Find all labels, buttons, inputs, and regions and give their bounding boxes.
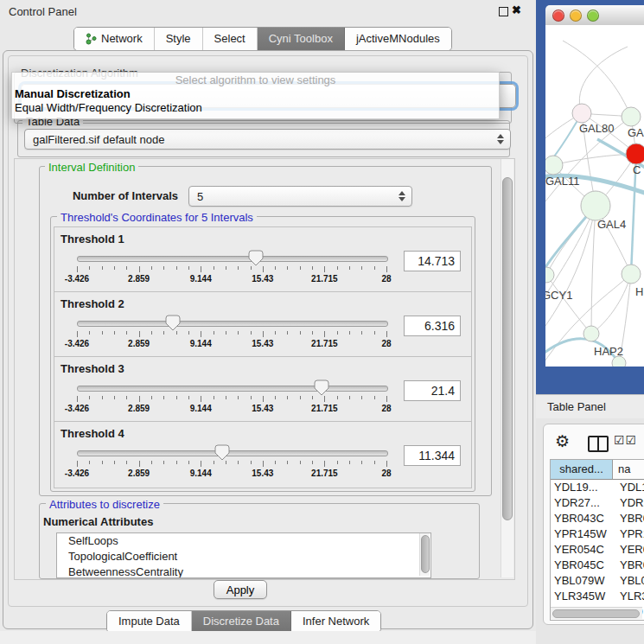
table-data-combo-value: galFiltered.sif default node xyxy=(33,133,164,146)
slider-thumb[interactable] xyxy=(165,315,181,331)
slider-thumb[interactable] xyxy=(314,379,329,396)
threshold-value-field[interactable]: 21.4 xyxy=(404,380,461,401)
network-window-titlebar[interactable] xyxy=(545,5,644,26)
node-table[interactable]: shared... na YDL19...YDL1YDR27...YDR2YBR… xyxy=(550,459,644,621)
float-panel-icon[interactable] xyxy=(499,7,508,16)
slider-tick xyxy=(102,331,103,335)
table-row[interactable]: YDL19...YDL1 xyxy=(551,480,644,495)
apply-button[interactable]: Apply xyxy=(214,580,267,599)
tab-discretize-data[interactable]: Discretize Data xyxy=(192,611,291,632)
attributes-list-scrollbar-thumb[interactable] xyxy=(421,535,430,573)
cell-name: YER0 xyxy=(615,542,644,558)
slider-tick xyxy=(349,396,350,399)
threshold-value-field[interactable]: 6.316 xyxy=(404,316,461,336)
slider-tick xyxy=(126,331,127,335)
slider-tick xyxy=(374,461,375,464)
slider-tick-label: 28 xyxy=(381,469,391,478)
slider-track[interactable] xyxy=(77,256,388,262)
slider-tick-label: 28 xyxy=(381,339,391,348)
threshold-value-field[interactable]: 11.344 xyxy=(404,445,461,466)
network-node-h[interactable] xyxy=(622,265,641,284)
vertical-scrollbar-thumb[interactable] xyxy=(502,177,513,520)
network-node-gal11[interactable] xyxy=(545,156,563,175)
slider-tick xyxy=(176,461,177,464)
zoom-window-icon[interactable] xyxy=(587,10,599,22)
column-header-name[interactable]: na xyxy=(613,460,644,479)
table-row[interactable]: YBR045CYBR0 xyxy=(551,558,644,573)
slider-tick-label: 21.715 xyxy=(311,404,338,413)
slider-tick xyxy=(300,266,301,270)
slider-tick xyxy=(312,461,313,464)
slider-tick xyxy=(312,266,313,270)
close-window-icon[interactable] xyxy=(552,10,564,22)
table-horizontal-scrollbar-thumb[interactable] xyxy=(552,609,640,618)
tab-select[interactable]: Select xyxy=(203,28,258,50)
slider-tick xyxy=(102,396,103,399)
cell-shared-name: YER054C xyxy=(551,542,615,558)
slider-tick xyxy=(337,331,338,335)
minimize-window-icon[interactable] xyxy=(570,10,582,22)
network-node-gal80[interactable] xyxy=(572,104,591,123)
slider-track[interactable] xyxy=(77,386,388,392)
slider-tick-label: 9.144 xyxy=(190,404,212,413)
split-view-icon[interactable] xyxy=(588,436,609,452)
column-header-shared-name[interactable]: shared... xyxy=(551,460,613,479)
network-node-hap2[interactable] xyxy=(583,326,599,341)
close-panel-icon[interactable]: ✖ xyxy=(512,3,521,16)
vertical-scrollbar[interactable] xyxy=(501,159,513,577)
numerical-attributes-list[interactable]: SelfLoopsTopologicalCoefficientBetweenne… xyxy=(56,532,431,578)
table-row[interactable]: YBL079WYBL0 xyxy=(551,573,644,589)
slider-thumb[interactable] xyxy=(248,250,264,266)
slider-tick xyxy=(300,396,301,399)
table-horizontal-scrollbar[interactable] xyxy=(551,607,642,619)
slider-tick xyxy=(300,331,301,335)
threshold-1-panel: Threshold 1-3.4262.8599.14415.4321.71528… xyxy=(54,226,472,294)
slider-tick-label: 15.43 xyxy=(252,274,273,284)
attribute-item[interactable]: BetweennessCentrality xyxy=(57,564,430,578)
tab-cyni-toolbox[interactable]: Cyni Toolbox xyxy=(258,28,345,50)
cell-name: YPR1 xyxy=(615,526,644,542)
slider-tick xyxy=(89,461,90,464)
tab-network[interactable]: Network xyxy=(74,28,155,50)
attribute-item[interactable]: SelfLoops xyxy=(57,533,430,549)
tab-infer-network[interactable]: Infer Network xyxy=(291,611,380,632)
threshold-value-field[interactable]: 14.713 xyxy=(404,251,461,271)
network-canvas[interactable]: GAL80GACGAL11GAL4GCY1HHAP2 xyxy=(545,25,644,367)
slider-tick xyxy=(238,331,239,335)
slider-tick-label: 15.43 xyxy=(252,404,273,413)
popup-item-equal-width-frequency-discretization[interactable]: Equal Width/Frequency Discretization xyxy=(12,101,499,115)
slider-tick xyxy=(226,266,226,270)
attribute-item[interactable]: TopologicalCoefficient xyxy=(57,549,430,564)
slider-tick-label: 21.715 xyxy=(311,274,338,284)
slider-tick xyxy=(163,396,164,399)
slider-tick xyxy=(114,331,115,335)
table-row[interactable]: YBR043CYBR0 xyxy=(551,511,644,526)
gear-icon[interactable]: ⚙ xyxy=(555,431,570,451)
slider-track[interactable] xyxy=(77,450,388,456)
popup-item-manual-discretization[interactable]: Manual Discretization xyxy=(12,87,499,101)
column-checkboxes-icon[interactable]: ☑☑ xyxy=(614,433,637,447)
network-node-gcy1[interactable] xyxy=(545,267,554,283)
table-row[interactable]: YDR27...YDR2 xyxy=(551,495,644,511)
slider-tick xyxy=(374,331,375,335)
slider-thumb[interactable] xyxy=(214,444,230,461)
attributes-list-scrollbar[interactable] xyxy=(419,533,430,576)
num-intervals-combo[interactable]: 5 xyxy=(188,186,412,207)
network-node-c[interactable] xyxy=(626,143,644,164)
tab-label: Infer Network xyxy=(303,610,369,633)
table-row[interactable]: YPR145WYPR1 xyxy=(551,526,644,542)
cell-shared-name: YBL079W xyxy=(551,573,615,589)
cell-shared-name: YDR27... xyxy=(551,495,615,511)
slider-tick xyxy=(214,266,214,270)
table-row[interactable]: YLR345WYLR3 xyxy=(551,589,644,604)
slider-tick xyxy=(102,266,103,270)
table-data-combo[interactable]: galFiltered.sif default node xyxy=(24,129,511,150)
tab-style[interactable]: Style xyxy=(155,28,203,50)
table-row[interactable]: YER054CYER0 xyxy=(551,542,644,558)
network-node-gal4[interactable] xyxy=(581,191,610,220)
network-node-ga[interactable] xyxy=(622,107,641,126)
tab-impute-data[interactable]: Impute Data xyxy=(107,611,192,632)
network-edge xyxy=(563,41,631,117)
slider-track[interactable] xyxy=(77,321,388,327)
tab-jactivemnodules[interactable]: jActiveMNodules xyxy=(345,28,451,50)
